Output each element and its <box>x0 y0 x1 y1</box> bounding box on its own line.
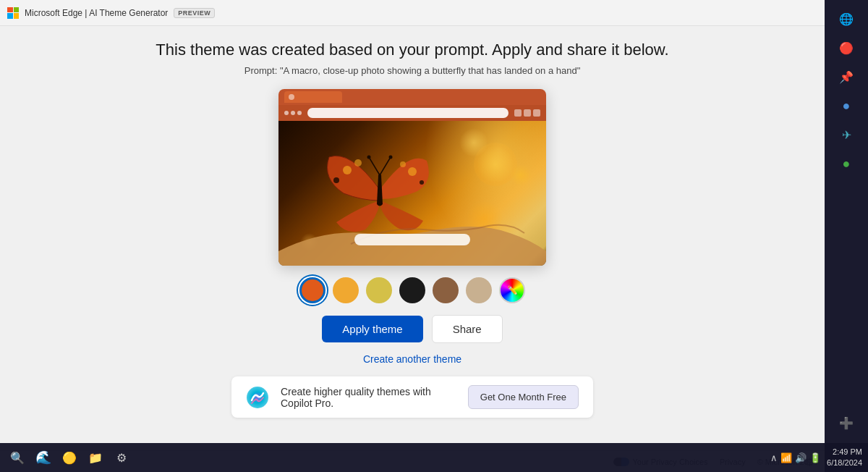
right-sidebar: 🌐 🔴 📌 ● ✈ ● ➕ <box>825 0 868 472</box>
theme-preview-browser <box>278 89 546 266</box>
preview-nav-dots <box>284 111 302 115</box>
sidebar-green-icon[interactable]: ● <box>833 151 859 177</box>
sidebar-plane-icon[interactable]: ✈ <box>833 122 859 148</box>
sidebar-emoji-icon[interactable]: 🔴 <box>833 35 859 61</box>
ms-logo <box>7 7 19 19</box>
svg-line-8 <box>380 157 391 175</box>
share-button[interactable]: Share <box>432 315 503 343</box>
taskbar-date-display: 6/18/2024 <box>827 458 862 468</box>
get-one-month-free-button[interactable]: Get One Month Free <box>468 385 579 409</box>
action-buttons-row: Apply theme Share <box>322 315 502 343</box>
svg-point-10 <box>247 387 268 408</box>
bokeh-2 <box>459 128 488 157</box>
preview-badge: PREVIEW <box>174 8 215 18</box>
apply-theme-button[interactable]: Apply theme <box>322 316 422 342</box>
color-swatch-yellow[interactable] <box>366 277 392 303</box>
color-swatch-orange[interactable] <box>299 277 326 303</box>
taskbar-chrome-icon[interactable]: 🟡 <box>58 446 81 469</box>
taskbar-time-display: 2:49 PM <box>827 447 862 458</box>
sidebar-circle-icon[interactable]: ● <box>833 93 859 119</box>
color-swatch-custom[interactable]: ✏️ <box>499 277 525 303</box>
preview-butterfly-image <box>278 121 546 266</box>
svg-line-6 <box>369 157 380 175</box>
color-swatch-brown[interactable] <box>433 277 459 303</box>
taskbar-files-icon[interactable]: 📁 <box>84 446 107 469</box>
create-another-link[interactable]: Create another theme <box>363 353 461 365</box>
color-swatch-tan[interactable] <box>466 277 492 303</box>
svg-point-0 <box>343 166 352 174</box>
sidebar-clipboard-icon[interactable]: 📌 <box>833 64 859 90</box>
prompt-display: Prompt: "A macro, close-up photo showing… <box>244 65 581 76</box>
bokeh-3 <box>510 164 532 186</box>
svg-point-4 <box>400 161 406 167</box>
svg-point-5 <box>420 180 424 185</box>
preview-tab <box>284 91 342 103</box>
color-swatch-amber[interactable] <box>333 277 359 303</box>
svg-point-1 <box>333 177 339 183</box>
sidebar-copilot-icon[interactable]: 🌐 <box>833 6 859 32</box>
svg-point-7 <box>367 156 371 159</box>
prompt-label: Prompt: <box>244 65 278 76</box>
preview-url-box <box>307 108 509 118</box>
preview-tab-dot <box>289 94 294 100</box>
color-swatch-black[interactable] <box>399 277 425 303</box>
taskbar-clock[interactable]: 2:49 PM 6/18/2024 <box>827 447 862 469</box>
color-palette: ✏️ <box>299 277 525 303</box>
taskbar-app-icons: 🔍 🌊 🟡 📁 ⚙ <box>6 446 133 469</box>
svg-point-9 <box>389 156 393 159</box>
taskbar-chevron-icon[interactable]: ∧ <box>770 452 778 463</box>
taskbar-search-icon[interactable]: 🔍 <box>6 446 29 469</box>
page-heading: This theme was created based on your pro… <box>156 41 668 59</box>
main-content-area: This theme was created based on your pro… <box>0 26 825 450</box>
taskbar: 🔍 🌊 🟡 📁 ⚙ ∧ 📶 🔊 🔋 2:49 PM 6/18/2024 <box>0 443 868 472</box>
taskbar-right: ∧ 📶 🔊 🔋 2:49 PM 6/18/2024 <box>770 447 862 469</box>
taskbar-settings-icon[interactable]: ⚙ <box>110 446 133 469</box>
browser-topbar: Microsoft Edge | AI Theme Generator PREV… <box>0 0 825 26</box>
preview-topbar <box>278 89 546 105</box>
copilot-banner-text: Create higher quality themes with Copilo… <box>281 386 456 409</box>
taskbar-edge-icon[interactable]: 🌊 <box>32 446 55 469</box>
svg-point-2 <box>354 159 362 167</box>
sidebar-add-icon[interactable]: ➕ <box>833 410 859 436</box>
preview-address-bar <box>278 105 546 121</box>
prompt-value: "A macro, close-up photo showing a butte… <box>280 65 580 76</box>
taskbar-battery-icon[interactable]: 🔋 <box>809 452 821 463</box>
taskbar-sys-icons: ∧ 📶 🔊 🔋 <box>770 452 821 463</box>
preview-search-bar <box>354 234 470 245</box>
svg-point-3 <box>408 167 417 176</box>
copilot-logo <box>246 386 269 409</box>
browser-window: Microsoft Edge | AI Theme Generator PREV… <box>0 0 825 472</box>
hand-svg <box>278 193 546 266</box>
copilot-pro-banner: Create higher quality themes with Copilo… <box>231 376 593 418</box>
taskbar-volume-icon[interactable]: 🔊 <box>795 452 807 463</box>
preview-nav-icons <box>514 109 540 117</box>
browser-title: Microsoft Edge | AI Theme Generator <box>25 8 168 18</box>
taskbar-wifi-icon[interactable]: 📶 <box>780 452 792 463</box>
